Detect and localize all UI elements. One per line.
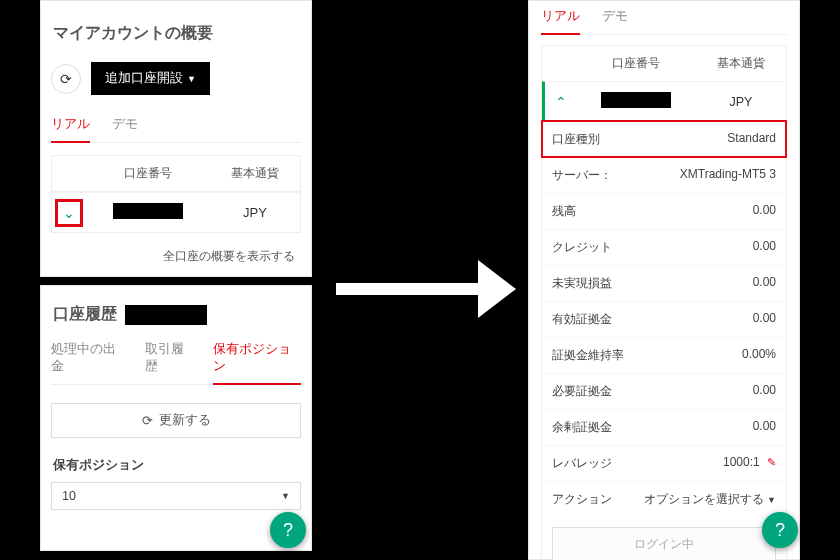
account-type-tabs: リアル デモ <box>51 109 301 143</box>
detail-equity-label: 有効証拠金 <box>552 311 612 328</box>
tab-trade-history[interactable]: 取引履歴 <box>145 337 195 384</box>
detail-required-margin-label: 必要証拠金 <box>552 383 612 400</box>
right-account-currency: JPY <box>696 85 786 119</box>
help-chat-button-right[interactable]: ? <box>762 512 798 548</box>
detail-credit-value: 0.00 <box>753 239 776 256</box>
detail-equity-value: 0.00 <box>753 311 776 328</box>
left-panel: マイアカウントの概要 ⟳ 追加口座開設 ▼ リアル デモ 口座番号 基本通貨 <box>40 0 312 560</box>
detail-margin-level: 証拠金維持率 0.00% <box>542 337 786 373</box>
account-row[interactable]: ⌄ JPY <box>52 192 300 232</box>
detail-free-margin-label: 余剰証拠金 <box>552 419 612 436</box>
account-history-card: 口座履歴 処理中の出金 取引履歴 保有ポジション ⟳ 更新する 保有ポジション … <box>40 285 312 551</box>
caret-down-icon: ▼ <box>767 495 776 505</box>
overview-toolbar: ⟳ 追加口座開設 ▼ <box>51 62 301 95</box>
page-size-select[interactable]: 10 ▼ <box>51 482 301 510</box>
edit-leverage-icon[interactable]: ✎ <box>767 456 776 468</box>
history-account-redacted <box>125 305 207 325</box>
refresh-icon: ⟳ <box>60 71 72 87</box>
logged-in-button[interactable]: ログイン中 <box>552 527 776 560</box>
action-dropdown-label: オプションを選択する <box>644 492 764 506</box>
chevron-up-icon: ⌃ <box>555 94 567 110</box>
detail-unrealized-pl: 未実現損益 0.00 <box>542 265 786 301</box>
detail-leverage-value: 1000:1 <box>723 455 760 469</box>
col-base-currency-right: 基本通貨 <box>696 46 786 81</box>
detail-margin-level-value: 0.00% <box>742 347 776 364</box>
detail-account-type: 口座種別 Standard <box>542 121 786 157</box>
account-number-redacted <box>113 203 183 219</box>
open-account-label: 追加口座開設 <box>105 70 183 87</box>
detail-margin-level-label: 証拠金維持率 <box>552 347 624 364</box>
detail-server: サーバー： XMTrading-MT5 3 <box>542 157 786 193</box>
right-accounts-header: 口座番号 基本通貨 <box>542 46 786 81</box>
accounts-table-header: 口座番号 基本通貨 <box>52 156 300 192</box>
detail-credit-label: クレジット <box>552 239 612 256</box>
detail-required-margin-value: 0.00 <box>753 383 776 400</box>
arrow-shaft <box>336 283 478 295</box>
caret-down-icon: ▼ <box>187 74 196 84</box>
accounts-table: 口座番号 基本通貨 ⌄ JPY <box>51 155 301 233</box>
tab-positions[interactable]: 保有ポジション <box>213 337 301 385</box>
tab-real-right[interactable]: リアル <box>541 1 580 35</box>
right-accounts-table: 口座番号 基本通貨 ⌃ JPY 口座種別 Standard サーバー： XMTr… <box>541 45 787 560</box>
col-account-number-right: 口座番号 <box>576 46 696 81</box>
detail-unrealized-pl-value: 0.00 <box>753 275 776 292</box>
detail-server-label: サーバー： <box>552 167 612 184</box>
open-additional-account-button[interactable]: 追加口座開設 ▼ <box>91 62 210 95</box>
history-title-row: 口座履歴 <box>53 304 301 325</box>
detail-free-margin-value: 0.00 <box>753 419 776 436</box>
chevron-down-icon: ⌄ <box>63 205 75 221</box>
help-icon: ? <box>283 520 293 541</box>
detail-equity: 有効証拠金 0.00 <box>542 301 786 337</box>
right-account-row[interactable]: ⌃ JPY <box>542 81 786 121</box>
detail-action: アクション オプションを選択する ▼ <box>542 481 786 517</box>
right-account-number-redacted <box>601 92 671 108</box>
caret-down-icon: ▼ <box>281 491 290 501</box>
tab-real[interactable]: リアル <box>51 109 90 143</box>
history-title: 口座履歴 <box>53 304 117 325</box>
detail-unrealized-pl-label: 未実現損益 <box>552 275 612 292</box>
help-icon: ? <box>775 520 785 541</box>
detail-required-margin: 必要証拠金 0.00 <box>542 373 786 409</box>
show-all-accounts-link[interactable]: 全口座の概要を表示する <box>51 233 301 270</box>
detail-balance-label: 残高 <box>552 203 576 220</box>
arrow-head-icon <box>478 260 516 318</box>
detail-free-margin: 余剰証拠金 0.00 <box>542 409 786 445</box>
detail-leverage-label: レバレッジ <box>552 455 612 472</box>
refresh-icon: ⟳ <box>142 413 153 428</box>
detail-credit: クレジット 0.00 <box>542 229 786 265</box>
col-account-number: 口座番号 <box>86 156 210 191</box>
positions-section-label: 保有ポジション <box>53 456 301 474</box>
action-dropdown[interactable]: オプションを選択する ▼ <box>644 491 776 508</box>
arrow-graphic <box>336 260 516 318</box>
page-size-value: 10 <box>62 489 76 503</box>
overview-title: マイアカウントの概要 <box>53 23 301 44</box>
refresh-positions-button[interactable]: ⟳ 更新する <box>51 403 301 438</box>
refresh-positions-label: 更新する <box>159 412 211 429</box>
history-tabs: 処理中の出金 取引履歴 保有ポジション <box>51 337 301 385</box>
detail-leverage: レバレッジ 1000:1 ✎ <box>542 445 786 481</box>
tab-pending-withdrawals[interactable]: 処理中の出金 <box>51 337 127 384</box>
detail-server-value: XMTrading-MT5 3 <box>680 167 776 184</box>
account-currency: JPY <box>210 195 300 230</box>
detail-account-type-value: Standard <box>727 131 776 148</box>
help-chat-button-left[interactable]: ? <box>270 512 306 548</box>
detail-action-label: アクション <box>552 491 612 508</box>
detail-account-type-label: 口座種別 <box>552 131 600 148</box>
tab-demo[interactable]: デモ <box>112 109 138 142</box>
right-account-type-tabs: リアル デモ <box>541 1 787 35</box>
right-panel: リアル デモ 口座番号 基本通貨 ⌃ JPY 口座種別 Standard <box>528 0 800 560</box>
expand-toggle[interactable]: ⌄ <box>57 201 81 225</box>
tab-demo-right[interactable]: デモ <box>602 1 628 34</box>
refresh-button[interactable]: ⟳ <box>51 64 81 94</box>
detail-balance-value: 0.00 <box>753 203 776 220</box>
account-overview-card: マイアカウントの概要 ⟳ 追加口座開設 ▼ リアル デモ 口座番号 基本通貨 <box>40 0 312 277</box>
detail-balance: 残高 0.00 <box>542 193 786 229</box>
col-base-currency: 基本通貨 <box>210 156 300 191</box>
